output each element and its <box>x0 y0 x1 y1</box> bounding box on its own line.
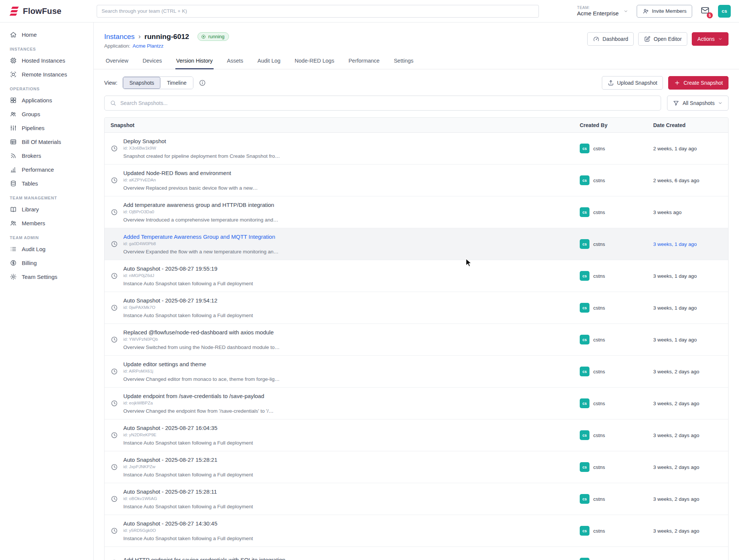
author-avatar: cs <box>580 175 589 185</box>
snapshot-title[interactable]: Auto Snapshot - 2025-08-27 19:55:19 <box>123 265 253 272</box>
open-editor-button[interactable]: Open Editor <box>638 32 687 46</box>
sidebar-item-label: Groups <box>22 111 40 117</box>
snapshot-row[interactable]: Deploy Snapshot id: X3o6Bw1k9W Snapshot … <box>105 133 728 165</box>
snapshot-row[interactable]: Added Temperature Awareness Group and MQ… <box>105 228 728 260</box>
sidebar-item-members[interactable]: Members <box>0 216 93 230</box>
sidebar-item-audit-log[interactable]: Audit Log <box>0 242 93 256</box>
tab-overview[interactable]: Overview <box>105 54 129 69</box>
snapshot-id: id: AlRPoMX61j <box>123 369 280 373</box>
sidebar-item-label: Hosted Instances <box>22 57 65 64</box>
snapshot-row[interactable]: Auto Snapshot - 2025-08-27 19:54:12 id: … <box>105 292 728 324</box>
snapshot-table: Snapshot Created By Date Created Deploy … <box>104 117 729 560</box>
snapshot-title[interactable]: Updated Node-RED flows and environment <box>123 170 258 177</box>
sidebar-item-label: Bill Of Materials <box>22 139 61 145</box>
snapshot-row[interactable]: Replaced @flowfuse/node-red-dashboard wi… <box>105 324 728 356</box>
snapshot-row[interactable]: Auto Snapshot - 2025-08-27 19:55:19 id: … <box>105 260 728 292</box>
tab-assets[interactable]: Assets <box>226 54 244 69</box>
snapshot-row[interactable]: Auto Snapshot - 2025-08-27 16:04:35 id: … <box>105 419 728 451</box>
actions-button[interactable]: Actions <box>692 32 729 46</box>
breadcrumb-instances-link[interactable]: Instances <box>104 33 135 41</box>
sidebar-item-bill-of-materials[interactable]: Bill Of Materials <box>0 135 93 149</box>
upload-icon <box>607 79 614 86</box>
snapshot-title[interactable]: Auto Snapshot - 2025-08-27 19:54:12 <box>123 297 253 304</box>
snapshot-title[interactable]: Auto Snapshot - 2025-08-27 14:30:45 <box>123 520 253 527</box>
snapshot-title[interactable]: Add HTTP endpoint for saving credentials… <box>123 557 285 560</box>
sidebar-item-pipelines[interactable]: Pipelines <box>0 121 93 135</box>
snapshot-title[interactable]: Update endpoint from /save-credentials t… <box>123 393 274 400</box>
snapshot-row[interactable]: Auto Snapshot - 2025-08-27 15:28:21 id: … <box>105 451 728 483</box>
create-snapshot-button[interactable]: Create Snapshot <box>668 76 729 90</box>
snapshot-id: id: OjBPrO3Da0 <box>123 210 278 214</box>
snapshot-row[interactable]: Updated Node-RED flows and environment i… <box>105 165 728 196</box>
sidebar-item-home[interactable]: Home <box>0 28 93 42</box>
sidebar-section-operations: OPERATIONS Applications Groups Pipelines… <box>0 81 93 190</box>
sidebar-item-remote-instances[interactable]: Remote Instances <box>0 67 93 81</box>
user-avatar[interactable]: cs <box>718 5 731 18</box>
tab-devices[interactable]: Devices <box>142 54 163 69</box>
sidebar-section-label: OPERATIONS <box>0 81 93 93</box>
tab-version-history[interactable]: Version History <box>175 54 214 69</box>
flowfuse-logo[interactable]: FlowFuse <box>8 6 91 17</box>
date-created: 3 weeks, 2 days ago <box>653 401 699 406</box>
snapshot-description: Instance Auto Snapshot taken following a… <box>123 504 253 509</box>
gauge-icon <box>593 36 600 42</box>
sidebar-item-hosted-instances[interactable]: Hosted Instances <box>0 54 93 67</box>
view-snapshots-button[interactable]: Snapshots <box>123 77 160 89</box>
snapshot-title[interactable]: Replaced @flowfuse/node-red-dashboard wi… <box>123 329 280 336</box>
snapshot-id: id: 0jwPAXMk7O <box>123 305 253 310</box>
tab-node-red-logs[interactable]: Node-RED Logs <box>294 54 335 69</box>
view-label: View: <box>104 80 117 86</box>
sidebar-item-team-settings[interactable]: Team Settings <box>0 270 93 284</box>
sidebar-item-groups[interactable]: Groups <box>0 107 93 121</box>
sidebar-item-performance[interactable]: Performance <box>0 163 93 177</box>
snapshot-row[interactable]: Update editor settings and theme id: AlR… <box>105 356 728 388</box>
snapshot-title[interactable]: Add temperature awareness group and HTTP… <box>123 202 278 208</box>
search-icon <box>110 100 117 106</box>
flowfuse-logo-text: FlowFuse <box>23 6 61 16</box>
sidebar-item-brokers[interactable]: Brokers <box>0 149 93 163</box>
snapshot-row[interactable]: Auto Snapshot - 2025-08-27 14:30:45 id: … <box>105 515 728 547</box>
sidebar-item-applications[interactable]: Applications <box>0 93 93 107</box>
snapshot-id: id: oBOkv1W6AG <box>123 496 253 501</box>
snapshot-search[interactable] <box>104 96 661 111</box>
view-timeline-button[interactable]: Timeline <box>160 77 193 89</box>
application-link[interactable]: Acme Plantzz <box>133 43 164 49</box>
create-snapshot-label: Create Snapshot <box>684 80 723 86</box>
sidebar-item-library[interactable]: Library <box>0 202 93 216</box>
author-avatar: cs <box>580 335 589 344</box>
tab-audit-log[interactable]: Audit Log <box>257 54 281 69</box>
sidebar-item-billing[interactable]: Billing <box>0 256 93 270</box>
clock-icon <box>111 208 118 216</box>
snapshot-row[interactable]: Update endpoint from /save-credentials t… <box>105 388 728 419</box>
snapshot-title[interactable]: Deploy Snapshot <box>123 138 280 145</box>
snapshot-search-input[interactable] <box>120 100 655 106</box>
invite-members-button[interactable]: Invite Members <box>637 5 692 18</box>
sidebar-section-main: Home <box>0 28 93 42</box>
date-created: 3 weeks ago <box>653 210 682 215</box>
upload-snapshot-button[interactable]: Upload Snapshot <box>602 76 663 90</box>
snapshot-row[interactable]: Auto Snapshot - 2025-08-27 15:28:11 id: … <box>105 483 728 515</box>
dashboard-button[interactable]: Dashboard <box>587 32 634 46</box>
snapshot-filter-dropdown[interactable]: All Snapshots <box>667 96 729 111</box>
snapshot-title[interactable]: Auto Snapshot - 2025-08-27 15:28:21 <box>123 457 253 463</box>
tab-settings[interactable]: Settings <box>393 54 414 69</box>
home-icon <box>10 31 17 38</box>
snapshot-title[interactable]: Update editor settings and theme <box>123 361 280 368</box>
book-open-icon <box>10 206 17 213</box>
global-search-input[interactable] <box>97 5 539 18</box>
tab-performance[interactable]: Performance <box>348 54 380 69</box>
notifications-button[interactable]: 5 <box>700 6 710 16</box>
snapshot-title[interactable]: Auto Snapshot - 2025-08-27 16:04:35 <box>123 425 253 431</box>
sidebar-item-label: Audit Log <box>22 246 45 252</box>
clock-icon <box>111 272 118 280</box>
snapshot-title[interactable]: Auto Snapshot - 2025-08-27 15:28:11 <box>123 488 253 495</box>
snapshot-row[interactable]: Add HTTP endpoint for saving credentials… <box>105 547 728 560</box>
snapshot-title[interactable]: Added Temperature Awareness Group and MQ… <box>123 234 278 240</box>
info-icon[interactable] <box>199 79 206 87</box>
chevron-down-icon <box>718 100 723 106</box>
author-name: cstns <box>593 528 605 534</box>
snapshot-row[interactable]: Add temperature awareness group and HTTP… <box>105 196 728 228</box>
sidebar-item-tables[interactable]: Tables <box>0 177 93 190</box>
team-selector[interactable]: TEAM: Acme Enterprise <box>577 5 628 17</box>
cog-icon <box>10 273 17 280</box>
